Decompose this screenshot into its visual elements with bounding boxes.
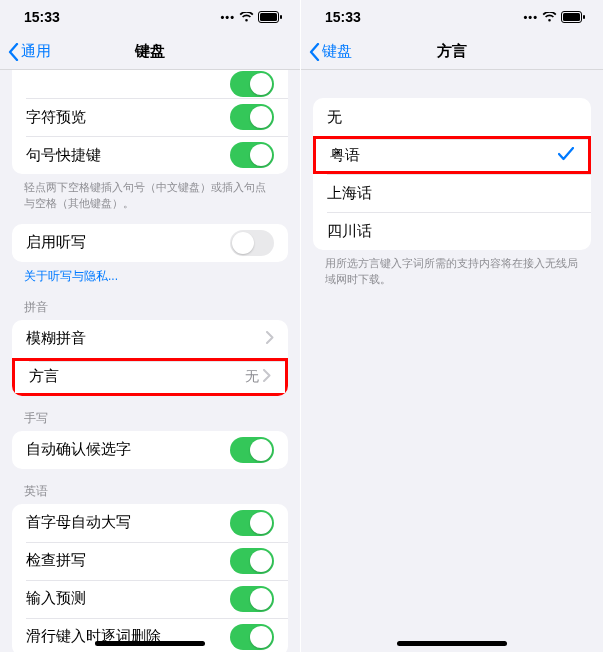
back-button[interactable]: 键盘 xyxy=(309,42,352,61)
option-sichuanese-label: 四川话 xyxy=(327,222,577,241)
chevron-left-icon xyxy=(309,43,320,61)
group-dialect-options: 无 粤语 上海话 四川话 xyxy=(313,98,591,250)
group-handwrite: 自动确认候选字 xyxy=(12,431,288,469)
back-label: 通用 xyxy=(21,42,51,61)
toggle-char-preview[interactable] xyxy=(230,104,274,130)
option-none-label: 无 xyxy=(327,108,577,127)
row-spellcheck[interactable]: 检查拼写 xyxy=(12,542,288,580)
row-predictive[interactable]: 输入预测 xyxy=(12,580,288,618)
home-indicator xyxy=(95,641,205,646)
row-fuzzy-pinyin[interactable]: 模糊拼音 xyxy=(12,320,288,358)
status-bar: 15:33 ••• xyxy=(0,0,300,34)
status-time: 15:33 xyxy=(325,9,361,25)
status-bar: 15:33 ••• xyxy=(301,0,603,34)
option-shanghainese-label: 上海话 xyxy=(327,184,577,203)
row-autocap[interactable]: 首字母自动大写 xyxy=(12,504,288,542)
status-icons: ••• xyxy=(220,11,282,23)
option-shanghainese[interactable]: 上海话 xyxy=(313,174,591,212)
battery-icon xyxy=(258,11,282,23)
predictive-label: 输入预测 xyxy=(26,589,230,608)
nav-bar: 通用 键盘 xyxy=(0,34,300,70)
section-handwrite: 手写 xyxy=(24,410,276,427)
toggle-autocap[interactable] xyxy=(230,510,274,536)
dialect-value: 无 xyxy=(245,368,259,386)
chevron-right-icon xyxy=(266,330,274,347)
section-english: 英语 xyxy=(24,483,276,500)
toggle-period-shortcut[interactable] xyxy=(230,142,274,168)
checkmark-icon xyxy=(558,147,574,164)
chevron-right-icon xyxy=(263,368,271,385)
option-cantonese[interactable]: 粤语 xyxy=(313,136,591,174)
toggle-slide-delete[interactable] xyxy=(230,624,274,650)
svg-rect-5 xyxy=(583,15,585,19)
toggle-top-hidden[interactable] xyxy=(230,71,274,97)
dictation-label: 启用听写 xyxy=(26,233,230,252)
row-dialect[interactable]: 方言 无 xyxy=(12,358,288,396)
dictation-privacy-link[interactable]: 关于听写与隐私... xyxy=(24,268,276,285)
svg-rect-1 xyxy=(260,13,277,21)
section-pinyin: 拼音 xyxy=(24,299,276,316)
nav-bar: 键盘 方言 xyxy=(301,34,603,70)
content-left: 字符预览 句号快捷键 轻点两下空格键插入句号（中文键盘）或插入句点与空格（其他键… xyxy=(0,70,300,652)
option-sichuanese[interactable]: 四川话 xyxy=(313,212,591,250)
fuzzy-label: 模糊拼音 xyxy=(26,329,266,348)
chevron-left-icon xyxy=(8,43,19,61)
phone-left: 15:33 ••• 通用 键盘 字符预览 xyxy=(0,0,301,652)
row-autoconfirm[interactable]: 自动确认候选字 xyxy=(12,431,288,469)
autoconfirm-label: 自动确认候选字 xyxy=(26,440,230,459)
toggle-predictive[interactable] xyxy=(230,586,274,612)
phone-right: 15:33 ••• 键盘 方言 无 粤语 xyxy=(301,0,603,652)
dialect-label: 方言 xyxy=(29,367,245,386)
status-icons: ••• xyxy=(523,11,585,23)
wifi-icon xyxy=(239,12,254,23)
period-shortcut-label: 句号快捷键 xyxy=(26,146,230,165)
shortcut-note: 轻点两下空格键插入句号（中文键盘）或插入句点与空格（其他键盘）。 xyxy=(24,180,276,212)
wifi-icon xyxy=(542,12,557,23)
home-indicator xyxy=(397,641,507,646)
autocap-label: 首字母自动大写 xyxy=(26,513,230,532)
group-keyboard-toggles: 字符预览 句号快捷键 xyxy=(12,70,288,174)
group-pinyin: 模糊拼音 方言 无 xyxy=(12,320,288,396)
toggle-dictation[interactable] xyxy=(230,230,274,256)
content-right: 无 粤语 上海话 四川话 用所选方言键入字词所需的支持内容将在接入无线局域网时下… xyxy=(301,70,603,652)
toggle-autoconfirm[interactable] xyxy=(230,437,274,463)
cellular-icon: ••• xyxy=(220,11,235,23)
row-char-preview[interactable]: 字符预览 xyxy=(12,98,288,136)
group-dictation: 启用听写 xyxy=(12,224,288,262)
toggle-spellcheck[interactable] xyxy=(230,548,274,574)
dialect-footer: 用所选方言键入字词所需的支持内容将在接入无线局域网时下载。 xyxy=(325,256,579,288)
status-time: 15:33 xyxy=(24,9,60,25)
svg-rect-4 xyxy=(563,13,580,21)
battery-icon xyxy=(561,11,585,23)
option-cantonese-label: 粤语 xyxy=(330,146,558,165)
cellular-icon: ••• xyxy=(523,11,538,23)
spellcheck-label: 检查拼写 xyxy=(26,551,230,570)
svg-rect-2 xyxy=(280,15,282,19)
row-dictation[interactable]: 启用听写 xyxy=(12,224,288,262)
group-english: 首字母自动大写 检查拼写 输入预测 滑行键入时逐词删除 xyxy=(12,504,288,652)
back-label: 键盘 xyxy=(322,42,352,61)
row-partial-top[interactable] xyxy=(12,70,288,98)
char-preview-label: 字符预览 xyxy=(26,108,230,127)
back-button[interactable]: 通用 xyxy=(8,42,51,61)
row-slide-delete[interactable]: 滑行键入时逐词删除 xyxy=(12,618,288,652)
option-none[interactable]: 无 xyxy=(313,98,591,136)
row-period-shortcut[interactable]: 句号快捷键 xyxy=(12,136,288,174)
